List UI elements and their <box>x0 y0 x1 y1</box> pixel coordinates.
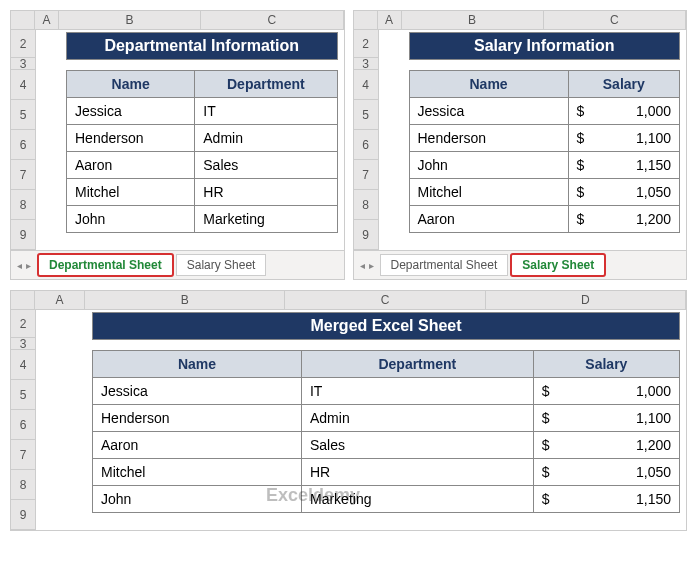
cell[interactable]: $1,200 <box>568 206 679 233</box>
row-header[interactable]: 6 <box>354 130 378 160</box>
row-header[interactable]: 2 <box>11 30 35 58</box>
panel-title: Salary Information <box>409 32 681 60</box>
table-row: JohnMarketing$1,150 <box>93 486 680 513</box>
nav-prev-icon[interactable]: ◂ <box>360 260 365 271</box>
row-header[interactable]: 6 <box>11 130 35 160</box>
tab-departmental[interactable]: Departmental Sheet <box>380 254 509 276</box>
row-header[interactable]: 9 <box>11 220 35 250</box>
cell[interactable]: HR <box>195 179 337 206</box>
cell[interactable]: $1,000 <box>568 98 679 125</box>
table-row: Henderson$1,100 <box>409 125 680 152</box>
table-header[interactable]: Name <box>67 71 195 98</box>
cell[interactable]: Aaron <box>93 432 302 459</box>
cell[interactable]: $1,100 <box>568 125 679 152</box>
row-header[interactable]: 3 <box>11 58 35 70</box>
cell[interactable]: Sales <box>195 152 337 179</box>
cell[interactable]: Aaron <box>67 152 195 179</box>
row-header[interactable]: 5 <box>11 380 35 410</box>
col-header[interactable]: B <box>85 291 285 309</box>
row-header[interactable]: 4 <box>11 70 35 100</box>
table-row: Mitchel$1,050 <box>409 179 680 206</box>
table-header[interactable]: Name <box>409 71 568 98</box>
cell[interactable]: Henderson <box>93 405 302 432</box>
row-header[interactable]: 2 <box>11 310 35 338</box>
tab-departmental[interactable]: Departmental Sheet <box>37 253 174 277</box>
cell[interactable]: $1,150 <box>568 152 679 179</box>
table-header[interactable]: Salary <box>568 71 679 98</box>
tab-salary[interactable]: Salary Sheet <box>510 253 606 277</box>
departmental-table: Name Department JessicaIT HendersonAdmin… <box>66 70 338 233</box>
row-header[interactable]: 4 <box>11 350 35 380</box>
col-header[interactable]: D <box>486 291 686 309</box>
nav-next-icon[interactable]: ▸ <box>369 260 374 271</box>
cell[interactable]: $1,200 <box>533 432 679 459</box>
cell[interactable]: Mitchel <box>93 459 302 486</box>
table-row: JessicaIT <box>67 98 338 125</box>
panel-title: Departmental Information <box>66 32 338 60</box>
tab-salary[interactable]: Salary Sheet <box>176 254 267 276</box>
cell[interactable]: Marketing <box>301 486 533 513</box>
col-header[interactable]: C <box>285 291 485 309</box>
cell[interactable]: Jessica <box>409 98 568 125</box>
row-header[interactable]: 7 <box>11 440 35 470</box>
cell[interactable]: $1,100 <box>533 405 679 432</box>
row-header[interactable]: 7 <box>354 160 378 190</box>
cell[interactable]: Sales <box>301 432 533 459</box>
cell[interactable]: Jessica <box>67 98 195 125</box>
col-header[interactable]: C <box>201 11 343 29</box>
table-header[interactable]: Department <box>195 71 337 98</box>
row-header[interactable]: 2 <box>354 30 378 58</box>
cell[interactable]: $1,050 <box>568 179 679 206</box>
cell[interactable]: IT <box>195 98 337 125</box>
departmental-panel: A B C 2 3 4 5 6 7 8 9 Departmental Infor… <box>10 10 345 280</box>
panel-title: Merged Excel Sheet <box>92 312 680 340</box>
row-header[interactable]: 3 <box>11 338 35 350</box>
cell[interactable]: Henderson <box>409 125 568 152</box>
row-header[interactable]: 8 <box>11 190 35 220</box>
row-header[interactable]: 9 <box>354 220 378 250</box>
merged-panel: A B C D 2 3 4 5 6 7 8 9 Merged Excel She… <box>10 290 687 531</box>
cell[interactable]: HR <box>301 459 533 486</box>
cell[interactable]: Henderson <box>67 125 195 152</box>
table-row: AaronSales <box>67 152 338 179</box>
col-header[interactable]: A <box>35 291 85 309</box>
col-header[interactable]: B <box>59 11 201 29</box>
table-row: HendersonAdmin$1,100 <box>93 405 680 432</box>
row-header[interactable]: 7 <box>11 160 35 190</box>
row-header[interactable]: 4 <box>354 70 378 100</box>
cell[interactable]: Mitchel <box>409 179 568 206</box>
row-header[interactable]: 8 <box>11 470 35 500</box>
row-header[interactable]: 5 <box>354 100 378 130</box>
row-header[interactable]: 3 <box>354 58 378 70</box>
nav-next-icon[interactable]: ▸ <box>26 260 31 271</box>
cell[interactable]: IT <box>301 378 533 405</box>
table-header[interactable]: Salary <box>533 351 679 378</box>
table-header[interactable]: Name <box>93 351 302 378</box>
table-row: Aaron$1,200 <box>409 206 680 233</box>
salary-table: Name Salary Jessica$1,000 Henderson$1,10… <box>409 70 681 233</box>
cell[interactable]: John <box>67 206 195 233</box>
cell[interactable]: $1,050 <box>533 459 679 486</box>
col-header[interactable]: A <box>35 11 59 29</box>
cell[interactable]: $1,150 <box>533 486 679 513</box>
cell[interactable]: Jessica <box>93 378 302 405</box>
nav-prev-icon[interactable]: ◂ <box>17 260 22 271</box>
row-header[interactable]: 6 <box>11 410 35 440</box>
cell[interactable]: Aaron <box>409 206 568 233</box>
cell[interactable]: Marketing <box>195 206 337 233</box>
cell[interactable]: Mitchel <box>67 179 195 206</box>
cell[interactable]: $1,000 <box>533 378 679 405</box>
table-header[interactable]: Department <box>301 351 533 378</box>
table-row: JohnMarketing <box>67 206 338 233</box>
col-header[interactable]: A <box>378 11 402 29</box>
cell[interactable]: Admin <box>195 125 337 152</box>
cell[interactable]: Admin <box>301 405 533 432</box>
row-header[interactable]: 9 <box>11 500 35 530</box>
col-header[interactable]: B <box>402 11 544 29</box>
cell[interactable]: John <box>409 152 568 179</box>
row-header[interactable]: 8 <box>354 190 378 220</box>
col-header[interactable]: C <box>544 11 686 29</box>
row-header[interactable]: 5 <box>11 100 35 130</box>
cell[interactable]: John <box>93 486 302 513</box>
table-row: HendersonAdmin <box>67 125 338 152</box>
